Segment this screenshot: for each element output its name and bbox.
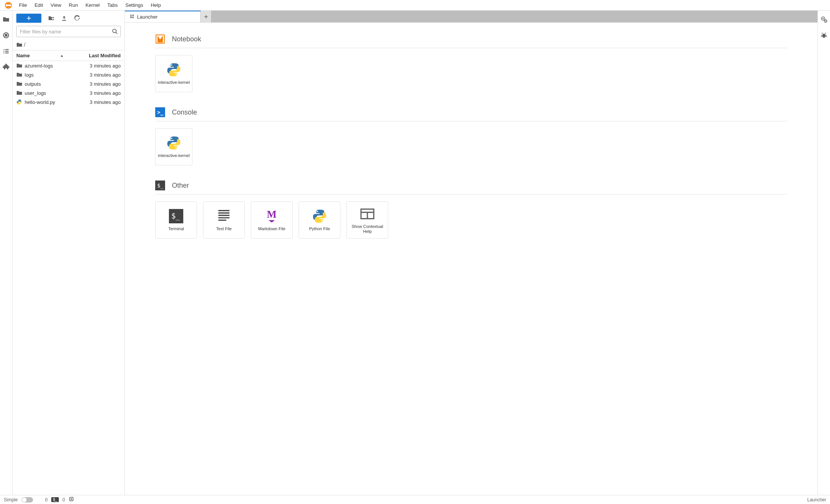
folder-icon bbox=[16, 63, 22, 69]
upload-icon[interactable] bbox=[61, 15, 67, 21]
menu-bar: File Edit View Run Kernel Tabs Settings … bbox=[0, 0, 830, 11]
file-modified: 3 minutes ago bbox=[68, 72, 121, 78]
filter-files-input[interactable] bbox=[16, 26, 121, 37]
add-tab-button[interactable] bbox=[201, 11, 211, 22]
card-label: Python File bbox=[309, 226, 330, 231]
file-name: logs bbox=[25, 72, 68, 78]
menu-file[interactable]: File bbox=[15, 1, 31, 9]
launcher-card[interactable]: Show Contextual Help bbox=[346, 201, 388, 239]
other-section-icon bbox=[155, 181, 165, 190]
menu-help[interactable]: Help bbox=[147, 1, 165, 9]
menu-edit[interactable]: Edit bbox=[31, 1, 47, 9]
work-area: Launcher Notebook interactive-kernel Con… bbox=[125, 11, 817, 495]
python-icon bbox=[166, 62, 182, 78]
card-label: Markdown File bbox=[258, 226, 285, 231]
menu-view[interactable]: View bbox=[47, 1, 65, 9]
header-modified-column[interactable]: Last Modified bbox=[71, 50, 124, 61]
section-other: Other TerminalText FileMarkdown FilePyth… bbox=[155, 181, 787, 239]
python-icon bbox=[312, 208, 328, 224]
launcher-card[interactable]: Python File bbox=[299, 201, 340, 239]
menu-kernel[interactable]: Kernel bbox=[82, 1, 104, 9]
header-name-column[interactable]: Name▲ bbox=[13, 50, 71, 61]
section-title: Other bbox=[172, 182, 189, 190]
status-mode: Launcher bbox=[807, 497, 826, 502]
file-row[interactable]: azureml-logs3 minutes ago bbox=[13, 61, 124, 70]
launcher-card[interactable]: interactive-kernel bbox=[155, 128, 192, 165]
section-console: Console interactive-kernel bbox=[155, 107, 787, 165]
sort-asc-icon: ▲ bbox=[60, 53, 64, 58]
launcher-card[interactable]: Text File bbox=[203, 201, 245, 239]
file-name: outputs bbox=[25, 81, 68, 87]
card-label: Terminal bbox=[168, 226, 184, 231]
folder-icon bbox=[16, 81, 22, 87]
jupyter-logo-icon bbox=[5, 2, 12, 9]
file-row[interactable]: hello-world.py3 minutes ago bbox=[13, 97, 124, 107]
file-modified: 3 minutes ago bbox=[68, 81, 121, 87]
new-folder-icon[interactable] bbox=[48, 15, 54, 21]
kernels-count[interactable]: 0 bbox=[63, 497, 65, 502]
section-notebook: Notebook interactive-kernel bbox=[155, 34, 787, 92]
file-modified: 3 minutes ago bbox=[68, 63, 121, 69]
file-browser-toolbar bbox=[13, 11, 124, 26]
new-launcher-button[interactable] bbox=[16, 14, 41, 23]
notebook-section-icon bbox=[155, 34, 165, 44]
breadcrumb-path: / bbox=[24, 42, 25, 48]
file-name: azureml-logs bbox=[25, 63, 68, 69]
section-title: Console bbox=[172, 108, 197, 116]
folder-icon bbox=[16, 72, 22, 78]
right-activity-rail bbox=[817, 11, 830, 495]
text-icon bbox=[216, 208, 232, 224]
terminal-status-icon[interactable]: $_ bbox=[51, 497, 58, 502]
kernel-status-icon[interactable] bbox=[69, 496, 74, 503]
breadcrumb[interactable]: / bbox=[13, 39, 124, 50]
running-kernels-icon[interactable] bbox=[3, 32, 9, 39]
file-name: hello-world.py bbox=[25, 99, 68, 105]
folder-icon bbox=[16, 90, 22, 96]
svg-point-23 bbox=[6, 6, 11, 8]
left-activity-rail bbox=[0, 11, 13, 495]
markdown-icon bbox=[264, 208, 280, 224]
file-modified: 3 minutes ago bbox=[68, 99, 121, 105]
section-title: Notebook bbox=[172, 35, 201, 43]
file-row[interactable]: user_logs3 minutes ago bbox=[13, 88, 124, 97]
simple-mode-label: Simple bbox=[4, 497, 18, 502]
python-file-icon bbox=[16, 99, 22, 105]
launcher-card[interactable]: Terminal bbox=[155, 201, 197, 239]
search-icon bbox=[112, 28, 118, 35]
python-icon bbox=[166, 135, 182, 151]
menu-settings[interactable]: Settings bbox=[121, 1, 147, 9]
help-icon bbox=[359, 206, 375, 222]
svg-point-22 bbox=[6, 3, 11, 5]
launcher-body: Notebook interactive-kernel Console inte… bbox=[125, 23, 817, 495]
file-name: user_logs bbox=[25, 90, 68, 96]
status-bar: Simple 0 $_ 0 Launcher bbox=[0, 495, 830, 504]
folder-icon[interactable] bbox=[3, 16, 9, 23]
file-list-header: Name▲ Last Modified bbox=[13, 50, 124, 61]
simple-mode-toggle[interactable] bbox=[22, 497, 33, 502]
menu-run[interactable]: Run bbox=[65, 1, 82, 9]
extensions-icon[interactable] bbox=[3, 64, 9, 71]
card-label: Show Contextual Help bbox=[349, 224, 386, 234]
debugger-icon[interactable] bbox=[821, 32, 827, 39]
launcher-tab-icon bbox=[129, 14, 135, 20]
menu-tabs[interactable]: Tabs bbox=[104, 1, 121, 9]
property-inspector-icon[interactable] bbox=[821, 16, 827, 23]
file-row[interactable]: outputs3 minutes ago bbox=[13, 79, 124, 88]
console-section-icon bbox=[155, 107, 165, 117]
terminals-count[interactable]: 0 bbox=[45, 497, 48, 502]
card-label: Text File bbox=[216, 226, 232, 231]
terminal-icon bbox=[168, 208, 184, 224]
refresh-icon[interactable] bbox=[74, 15, 80, 21]
card-label: interactive-kernel bbox=[158, 80, 190, 85]
file-browser: / Name▲ Last Modified azureml-logs3 minu… bbox=[13, 11, 125, 495]
card-label: interactive-kernel bbox=[158, 153, 190, 158]
tab-launcher[interactable]: Launcher bbox=[125, 11, 201, 22]
file-list: azureml-logs3 minutes agologs3 minutes a… bbox=[13, 61, 124, 495]
launcher-card[interactable]: interactive-kernel bbox=[155, 55, 192, 92]
launcher-card[interactable]: Markdown File bbox=[251, 201, 293, 239]
file-row[interactable]: logs3 minutes ago bbox=[13, 70, 124, 79]
file-modified: 3 minutes ago bbox=[68, 90, 121, 96]
tab-bar: Launcher bbox=[125, 11, 817, 23]
tab-title: Launcher bbox=[137, 14, 157, 20]
toc-icon[interactable] bbox=[3, 48, 9, 55]
